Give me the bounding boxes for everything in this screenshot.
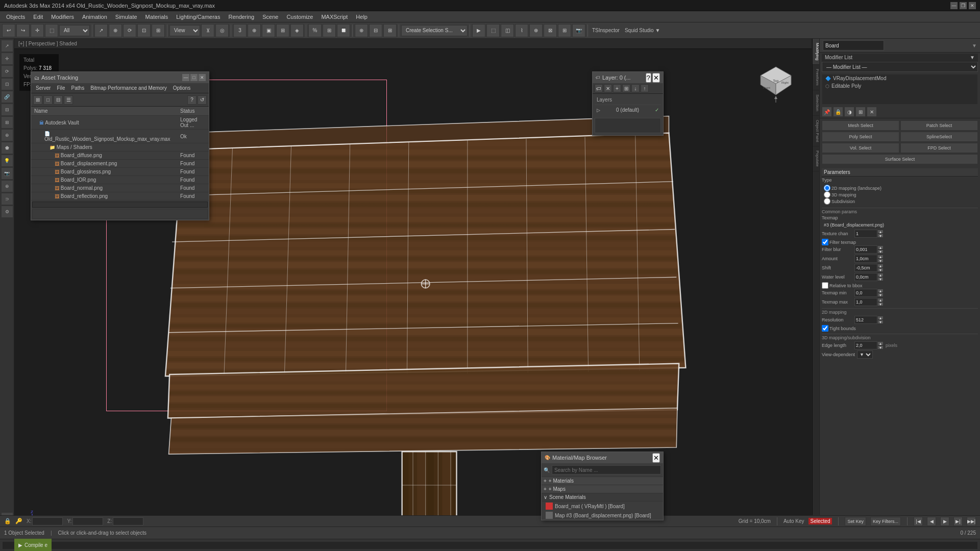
tl-play[interactable]: ▶ — [940, 517, 949, 526]
tb-render-frame[interactable]: ⊕ — [248, 24, 261, 37]
lt-rotate[interactable]: ⟳ — [1, 65, 13, 78]
filter-blur-down[interactable]: ▼ — [877, 249, 884, 254]
table-row[interactable]: 🖼 Board_displacement.png Found — [31, 160, 209, 168]
water-level-up[interactable]: ▲ — [877, 273, 884, 277]
patch-select-btn[interactable]: Patch Select — [900, 120, 978, 131]
pin-stack-btn[interactable]: 📌 — [822, 107, 832, 117]
at-btn-refresh[interactable]: ↺ — [198, 95, 207, 105]
menu-simulate[interactable]: Simulate — [111, 13, 141, 21]
table-row[interactable]: 🖼 Board_IOR.png Found — [31, 176, 209, 184]
selected-badge[interactable]: Selected — [808, 518, 832, 524]
layer-tb-2[interactable]: ✕ — [604, 84, 612, 92]
table-row[interactable]: 🖼 Board_normal.png Found — [31, 184, 209, 192]
at-btn-3[interactable]: ⊟ — [54, 95, 63, 105]
mb-close[interactable]: ✕ — [652, 453, 660, 463]
x-input[interactable] — [32, 517, 63, 525]
lt-spacewarps[interactable]: ⊃ — [1, 193, 13, 205]
make-unique-btn[interactable]: ⊞ — [855, 107, 866, 117]
menu-animation[interactable]: Animation — [78, 13, 111, 21]
radio-subdiv[interactable] — [824, 198, 830, 205]
poly-select-btn[interactable]: Poly Select — [822, 132, 899, 142]
asset-tracking-maximize[interactable]: □ — [190, 74, 198, 81]
tb-bone[interactable]: ⊞ — [323, 24, 336, 37]
compile-button[interactable]: ▶ Compile e — [14, 539, 52, 551]
at-menu-options[interactable]: Options — [170, 85, 193, 91]
tb-select-region[interactable]: ⬚ — [45, 24, 58, 37]
at-btn-1[interactable]: ⊞ — [33, 95, 42, 105]
filter-blur-input[interactable] — [854, 245, 877, 254]
menu-materials[interactable]: Materials — [141, 13, 173, 21]
water-level-input[interactable] — [854, 273, 877, 281]
amount-down[interactable]: ▼ — [877, 259, 884, 263]
restore-button[interactable]: ❐ — [960, 2, 967, 9]
tb-undo[interactable]: ↩ — [2, 24, 15, 37]
texmap-max-input[interactable] — [854, 298, 877, 306]
lock-stack-btn[interactable]: 🔒 — [833, 107, 843, 117]
key-filters-btn[interactable]: Key Filters... — [870, 517, 901, 526]
asset-tracking-minimize[interactable]: — — [182, 74, 189, 81]
tb-percent[interactable]: % — [308, 24, 322, 37]
object-name-field[interactable] — [823, 40, 884, 51]
tl-next-frame[interactable]: ▶▶| — [967, 517, 976, 526]
set-key-btn[interactable]: Set Key — [845, 517, 866, 526]
at-menu-bitmap[interactable]: Bitmap Performance and Memory — [88, 85, 169, 91]
tab-modifying[interactable]: Modifying — [813, 39, 820, 65]
show-end-btn[interactable]: ◑ — [844, 107, 854, 117]
relative-bbox-check[interactable] — [822, 282, 828, 289]
menu-edit[interactable]: Edit — [29, 13, 47, 21]
lt-lights[interactable]: 💡 — [1, 155, 13, 167]
tb-select-uniform-scale[interactable]: ⊞ — [152, 24, 165, 37]
radio-2d[interactable] — [824, 185, 830, 191]
texmap-min-up[interactable]: ▲ — [877, 289, 884, 293]
lt-move[interactable]: ✛ — [1, 53, 13, 65]
vol-select-btn[interactable]: Vol. Select — [822, 143, 899, 153]
at-menu-paths[interactable]: Paths — [69, 85, 87, 91]
tab-freeform[interactable]: Freeform — [813, 65, 820, 90]
table-row[interactable]: 🏛 Autodesk Vault Logged Out ... — [31, 116, 209, 130]
menu-maxscript[interactable]: MAXScript — [317, 13, 352, 21]
mesh-select-btn[interactable]: Mesh Select — [822, 120, 899, 131]
table-row[interactable]: 🖼 Board_reflection.png Found — [31, 192, 209, 201]
remove-mod-btn[interactable]: ✕ — [867, 107, 877, 117]
layer-tb-6[interactable]: ↑ — [641, 84, 649, 92]
material-browser-header[interactable]: 🎨 Material/Map Browser ✕ — [542, 452, 663, 463]
modifier-vray[interactable]: 🔷 VRayDisplacementMod — [822, 74, 977, 82]
menu-customize[interactable]: Customize — [282, 13, 317, 21]
lt-unlink[interactable]: ⊟ — [1, 104, 13, 116]
tb-view-dropdown[interactable]: View — [169, 25, 200, 36]
tb-render-target[interactable]: 3 — [233, 24, 247, 37]
y-input[interactable] — [72, 517, 103, 525]
z-input[interactable] — [113, 517, 143, 525]
tb-transform[interactable]: ⊻ — [201, 24, 214, 37]
tb-reaction[interactable]: ⊕ — [529, 24, 543, 37]
texmap-max-down[interactable]: ▼ — [877, 302, 884, 306]
tb-select-obj[interactable]: ↗ — [94, 24, 108, 37]
layer-window-header[interactable]: 🏷 Layer: 0 (... ? ✕ — [593, 72, 663, 83]
menu-lighting-cameras[interactable]: Lighting/Cameras — [172, 13, 224, 21]
menu-objects[interactable]: Objects — [2, 13, 29, 21]
texmap-max-up[interactable]: ▲ — [877, 298, 884, 302]
table-row[interactable]: 🖼 Board_diffuse.png Found — [31, 152, 209, 160]
layer-tb-3[interactable]: + — [613, 84, 621, 92]
navigation-cube[interactable]: Top Front Right — [755, 64, 796, 105]
lt-link[interactable]: 🔗 — [1, 91, 13, 103]
edge-length-up[interactable]: ▲ — [877, 341, 884, 345]
layer-tb-4[interactable]: ⊞ — [622, 84, 630, 92]
tb-snap[interactable]: 🔲 — [337, 24, 350, 37]
tb-schematic[interactable]: ◫ — [501, 24, 514, 37]
mb-displacement-map[interactable]: Map #3 (Board_displacement.png) [Board] — [542, 511, 663, 520]
tb-align[interactable]: ⊞ — [383, 24, 397, 37]
shift-down[interactable]: ▼ — [877, 268, 884, 272]
tb-select-move[interactable]: ⊕ — [109, 24, 122, 37]
menu-modifiers[interactable]: Modifiers — [47, 13, 78, 21]
asset-tracking-scrollbar[interactable] — [32, 202, 208, 208]
tb-play[interactable]: ▶ — [472, 24, 485, 37]
mb-board-mat[interactable]: Board_mat ( VRayMtl ) [Board] — [542, 502, 663, 511]
mb-maps-section[interactable]: + + Maps — [542, 485, 663, 493]
lt-systems[interactable]: ⚙ — [1, 206, 13, 218]
menu-rendering[interactable]: Rendering — [224, 13, 258, 21]
tb-select-rotate[interactable]: ⟳ — [123, 24, 136, 37]
layer-tb-1[interactable]: 🏷 — [595, 84, 603, 92]
lt-create[interactable]: ⊕ — [1, 129, 13, 141]
timeline-track[interactable] — [2, 541, 978, 549]
